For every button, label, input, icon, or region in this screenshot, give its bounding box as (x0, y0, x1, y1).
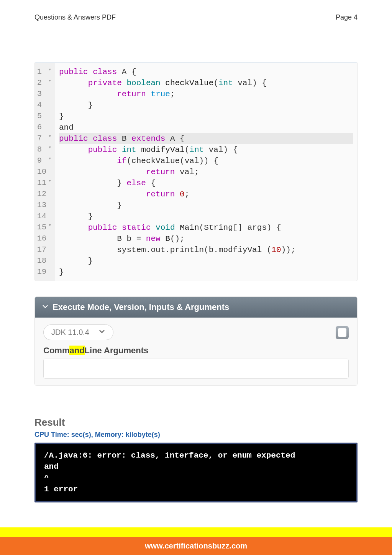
code-gutter: 1▾2▾34567▾8▾9▾1011▾12131415▾16171819 (35, 63, 55, 281)
interactive-checkbox[interactable] (336, 326, 349, 339)
header-left: Questions & Answers PDF (34, 13, 116, 21)
cmdline-label: CommandLine Arguments (43, 346, 349, 356)
chevron-down-icon (42, 302, 49, 312)
footer: www.certificationsbuzz.com (0, 527, 392, 555)
footer-url: www.certificationsbuzz.com (0, 537, 392, 555)
result-subtitle: CPU Time: sec(s), Memory: kilobyte(s) (34, 431, 358, 439)
exec-header[interactable]: Execute Mode, Version, Inputs & Argument… (35, 297, 357, 318)
cmdline-input[interactable] (43, 359, 349, 379)
jdk-label: JDK 11.0.4 (51, 328, 89, 337)
code-editor[interactable]: 1▾2▾34567▾8▾9▾1011▾12131415▾16171819 pub… (35, 63, 357, 281)
code-panel: 1▾2▾34567▾8▾9▾1011▾12131415▾16171819 pub… (34, 62, 358, 281)
jdk-select[interactable]: JDK 11.0.4 (43, 324, 113, 340)
result-title: Result (34, 417, 358, 428)
chevron-down-icon (98, 328, 105, 337)
terminal-output: /A.java:6: error: class, interface, or e… (34, 443, 358, 502)
header-right: Page 4 (336, 13, 358, 21)
code-body: public class A { private boolean checkVa… (55, 63, 357, 281)
exec-title: Execute Mode, Version, Inputs & Argument… (52, 302, 229, 312)
exec-panel: Execute Mode, Version, Inputs & Argument… (34, 296, 358, 386)
